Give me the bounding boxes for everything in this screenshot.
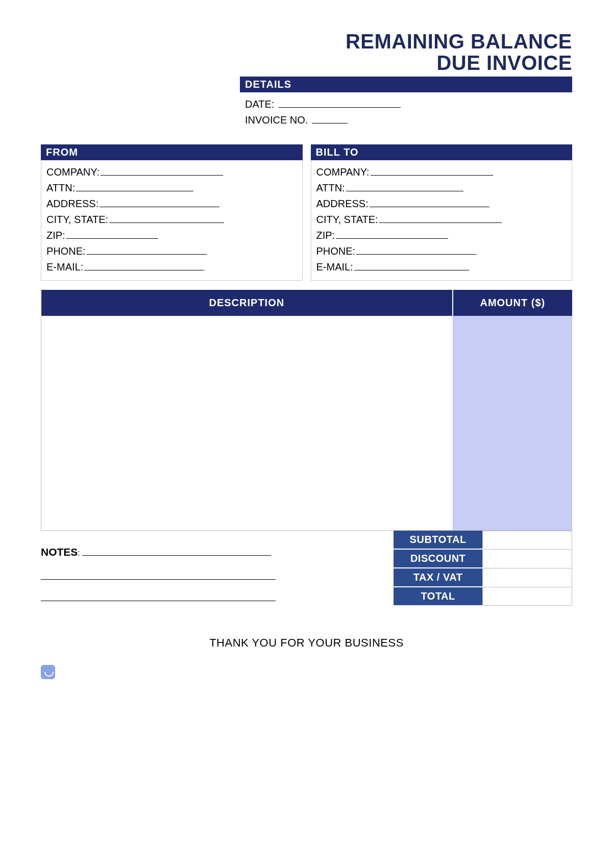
totals-table: SUBTOTAL DISCOUNT TAX / VAT TOTAL	[394, 531, 572, 606]
amount-cell[interactable]	[453, 316, 572, 530]
subtotal-value[interactable]	[483, 531, 572, 549]
billto-header: BILL TO	[311, 144, 573, 160]
notes-line-1[interactable]	[82, 548, 271, 556]
date-label: DATE:	[245, 98, 274, 110]
billto-attn-field[interactable]: ATTN:	[316, 180, 567, 196]
from-attn-field[interactable]: ATTN:	[46, 180, 297, 196]
billto-phone-field[interactable]: PHONE:	[316, 243, 567, 259]
total-value[interactable]	[483, 587, 572, 605]
from-citystate-field[interactable]: CITY, STATE:	[46, 212, 297, 228]
date-blank[interactable]	[278, 98, 401, 108]
title-line-2: DUE INVOICE	[436, 52, 572, 74]
line-items-table: DESCRIPTION AMOUNT ($)	[41, 290, 572, 531]
taxvat-value[interactable]	[483, 568, 572, 587]
billto-citystate-field[interactable]: CITY, STATE:	[316, 212, 567, 228]
notes-line-2[interactable]	[41, 572, 276, 580]
smile-icon	[41, 665, 55, 679]
thank-you-text: THANK YOU FOR YOUR BUSINESS	[41, 636, 572, 650]
date-field[interactable]: DATE:	[245, 96, 567, 112]
invoice-blank[interactable]	[312, 114, 348, 123]
from-header: FROM	[41, 144, 303, 160]
notes-label: NOTES	[41, 546, 78, 558]
billto-company-field[interactable]: COMPANY:	[316, 164, 567, 180]
invoice-label: INVOICE NO.	[245, 114, 308, 126]
billto-address-field[interactable]: ADDRESS:	[316, 196, 567, 212]
notes-line-3[interactable]	[41, 593, 276, 601]
invoice-field[interactable]: INVOICE NO.	[245, 112, 567, 128]
billto-zip-field[interactable]: ZIP:	[316, 228, 567, 243]
from-email-field[interactable]: E-MAIL:	[46, 259, 297, 275]
description-cell[interactable]	[41, 316, 453, 530]
amount-header: AMOUNT ($)	[453, 290, 572, 316]
details-header: DETAILS	[240, 77, 572, 92]
discount-value[interactable]	[483, 549, 572, 568]
billto-email-field[interactable]: E-MAIL:	[316, 259, 567, 275]
from-company-field[interactable]: COMPANY:	[46, 164, 297, 180]
taxvat-label: TAX / VAT	[394, 568, 483, 587]
document-title: REMAINING BALANCE DUE INVOICE	[240, 31, 572, 73]
description-header: DESCRIPTION	[41, 290, 453, 316]
notes-section[interactable]: NOTES:	[41, 531, 394, 601]
title-line-1: REMAINING BALANCE	[346, 30, 572, 53]
discount-label: DISCOUNT	[394, 549, 483, 568]
subtotal-label: SUBTOTAL	[394, 531, 483, 549]
from-address-field[interactable]: ADDRESS:	[46, 196, 297, 212]
from-phone-field[interactable]: PHONE:	[46, 243, 297, 259]
total-label: TOTAL	[394, 587, 483, 605]
from-zip-field[interactable]: ZIP:	[46, 228, 297, 243]
